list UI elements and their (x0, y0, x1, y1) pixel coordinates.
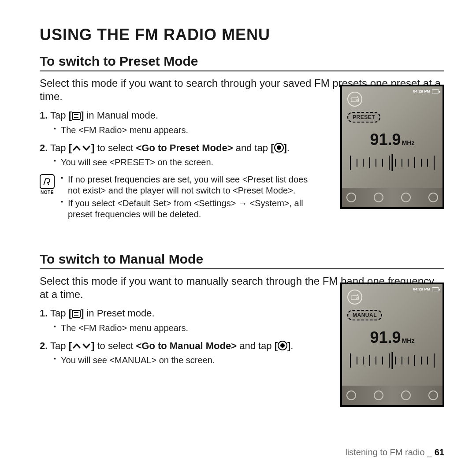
text: to select (94, 142, 136, 153)
page-number: 61 (435, 447, 444, 457)
section-preset: To switch to Preset Mode Select this mod… (40, 54, 444, 222)
select-icon (278, 341, 287, 350)
mode-badge-manual: MANUAL (347, 310, 382, 320)
device-screenshot-manual: 04:29 PM MANUAL 91.9MHz (340, 283, 444, 407)
status-bar: 04:29 PM (413, 89, 439, 93)
mode-badge-preset: PRESET (347, 112, 380, 123)
freq-value: 91.9 (370, 328, 401, 346)
note-icon: NOTE (40, 174, 55, 222)
text: and tap (233, 142, 271, 153)
status-bar: 04:29 PM (413, 287, 439, 291)
text: and tap (237, 340, 275, 351)
preset-step-2: 2. Tap [] to select <Go to Preset Mode> … (40, 142, 321, 168)
menu-icon (72, 310, 81, 318)
note-label: NOTE (40, 190, 55, 195)
select-icon (274, 143, 284, 152)
text: Tap (50, 142, 69, 153)
device-time: 04:29 PM (413, 89, 430, 93)
preset-step-1-sub: The <FM Radio> menu appears. (54, 125, 321, 136)
freq-unit: MHz (402, 337, 415, 344)
up-down-icon (72, 144, 91, 152)
footer-section: listening to FM radio (345, 447, 424, 457)
dial-needle (392, 154, 393, 171)
freq-value: 91.9 (370, 130, 401, 149)
tuner-dial (350, 153, 435, 172)
preset-heading: To switch to Preset Mode (40, 54, 444, 71)
page-footer: listening to FM radio _ 61 (345, 447, 444, 457)
battery-icon (432, 287, 439, 291)
manual-heading: To switch to Manual Mode (40, 252, 444, 269)
device-screenshot-preset: 04:29 PM PRESET 91.9MHz (340, 85, 444, 209)
text: Tap (50, 308, 69, 319)
battery-icon (432, 89, 439, 93)
frequency-display: 91.9MHz (342, 130, 443, 149)
footer-sep: _ (427, 447, 432, 457)
manual-step-1: 1. Tap [] in Preset mode. The <FM Radio>… (40, 307, 321, 334)
text: Tap (50, 340, 69, 351)
device-time: 04:29 PM (413, 287, 430, 291)
text: in Preset mode. (84, 308, 154, 319)
svg-point-2 (356, 99, 358, 101)
radio-icon (347, 92, 362, 107)
note-item-2: If you select <Default Set> from <Settin… (61, 198, 321, 220)
manual-step-1-sub: The <FM Radio> menu appears. (54, 323, 321, 334)
note-item-1: If no preset frequencies are set, you wi… (61, 174, 321, 196)
up-down-icon (72, 342, 91, 350)
manual-step-2-sub: You will see <MANUAL> on the screen. (54, 355, 321, 366)
text: Tap (50, 110, 69, 121)
menu-icon (72, 112, 81, 120)
tuner-dial (350, 351, 435, 370)
svg-point-5 (356, 297, 358, 299)
text: <Go to Preset Mode> (136, 142, 233, 153)
freq-unit: MHz (402, 139, 415, 146)
text: in Manual mode. (84, 110, 158, 121)
dial-needle (392, 352, 393, 369)
text: to select (94, 340, 136, 351)
preset-step-2-sub: You will see <PRESET> on the screen. (54, 157, 321, 168)
text: <Go to Manual Mode> (136, 340, 237, 351)
radio-icon (347, 290, 362, 305)
section-manual: To switch to Manual Mode Select this mod… (40, 252, 444, 366)
page-title: USING THE FM RADIO MENU (40, 26, 444, 44)
manual-step-2: 2. Tap [] to select <Go to Manual Mode> … (40, 340, 321, 366)
svg-rect-0 (351, 98, 359, 102)
svg-rect-3 (351, 296, 359, 300)
frequency-display: 91.9MHz (342, 328, 443, 347)
preset-step-1: 1. Tap [] in Manual mode. The <FM Radio>… (40, 109, 321, 136)
